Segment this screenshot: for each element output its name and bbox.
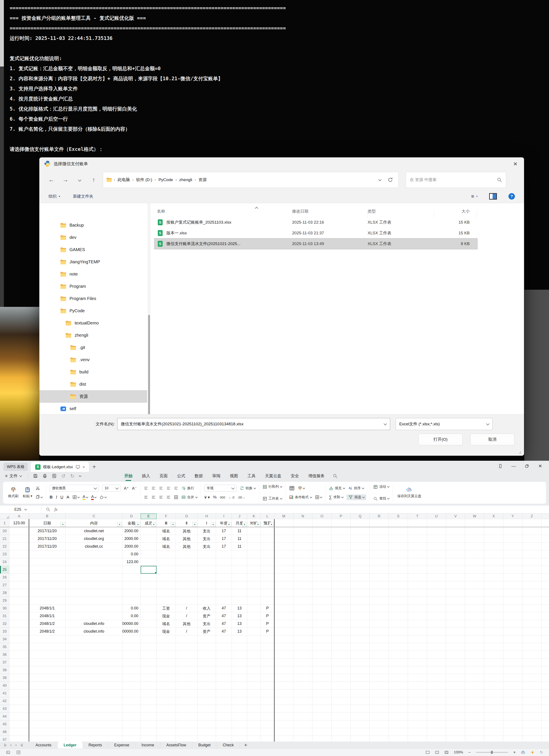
cell-R30[interactable] <box>370 604 389 612</box>
cell-O28[interactable] <box>312 589 331 597</box>
rows-columns-button[interactable]: 行和列 <box>263 485 282 489</box>
cell-J37[interactable] <box>232 659 247 666</box>
cell-L38[interactable] <box>261 666 274 674</box>
cell-A31[interactable] <box>9 612 29 620</box>
cell-A1[interactable]: 123.00 <box>9 519 29 527</box>
cell-R23[interactable] <box>370 550 389 558</box>
cell-N46[interactable] <box>293 728 312 736</box>
cell-L28[interactable] <box>261 589 274 597</box>
cell-Q42[interactable] <box>351 697 370 705</box>
add-sheet-button[interactable]: + <box>240 742 252 748</box>
increase-font-button[interactable]: A⁺ <box>124 486 129 491</box>
cell-F1[interactable]: Ⅲ▼ <box>157 519 176 527</box>
cell-N44[interactable] <box>293 713 312 720</box>
row-header-1[interactable]: 1 <box>0 519 9 527</box>
filetype-select[interactable]: Excel文件 (*.xlsx;*.xls) <box>396 418 493 430</box>
cell-Y24[interactable] <box>503 558 522 566</box>
cell-H38[interactable] <box>198 666 216 674</box>
cell-X31[interactable] <box>484 612 503 620</box>
cell-G20[interactable]: 其他 <box>176 527 198 535</box>
cell-L21[interactable] <box>261 535 274 543</box>
cell-Y45[interactable] <box>503 720 522 728</box>
cell-V28[interactable] <box>446 589 465 597</box>
row-header-22[interactable]: 22 <box>0 543 9 550</box>
cell-A39[interactable] <box>9 674 29 682</box>
cell-T43[interactable] <box>408 705 427 713</box>
filename-input[interactable]: 微信支付账单流水文件(20251021-20251102)_2025110313… <box>117 418 390 430</box>
cell-D36[interactable] <box>123 651 141 659</box>
cell-K26[interactable] <box>247 574 261 581</box>
cell-H36[interactable] <box>198 651 216 659</box>
cell-P45[interactable] <box>331 720 351 728</box>
cell-O24[interactable] <box>312 558 331 566</box>
row-header-36[interactable]: 36 <box>0 651 9 659</box>
cell-E21[interactable] <box>141 535 157 543</box>
cell-T21[interactable] <box>408 535 427 543</box>
cell-V29[interactable] <box>446 597 465 604</box>
filter-dropdown-icon[interactable]: ▼ <box>136 522 140 527</box>
cell-K44[interactable] <box>247 713 261 720</box>
cell-S31[interactable] <box>389 612 408 620</box>
cell-X30[interactable] <box>484 604 503 612</box>
sheet-tab-check[interactable]: Check <box>217 742 240 748</box>
cell-K21[interactable] <box>247 535 261 543</box>
cell-Y36[interactable] <box>503 651 522 659</box>
cell-S29[interactable] <box>389 597 408 604</box>
cell-E31[interactable] <box>141 612 157 620</box>
undo-icon[interactable]: ↺ <box>61 473 65 479</box>
cell-A45[interactable] <box>9 720 29 728</box>
cell-F41[interactable] <box>157 689 176 697</box>
cell-D25[interactable] <box>123 566 141 574</box>
decrease-decimal-button[interactable]: ←.0 <box>229 495 235 499</box>
sidebar-item-dev[interactable]: dev <box>39 231 147 244</box>
cell-B21[interactable]: 2017/11/20 <box>29 535 66 543</box>
cell-Z22[interactable] <box>522 543 541 550</box>
cell-F37[interactable] <box>157 659 176 666</box>
cell-Y29[interactable] <box>503 597 522 604</box>
cell-P47[interactable] <box>331 736 351 742</box>
cell-N23[interactable] <box>293 550 312 558</box>
cell-J29[interactable] <box>232 597 247 604</box>
cell-D24[interactable]: 123.00 <box>123 558 141 566</box>
cell-A34[interactable] <box>9 635 29 643</box>
cell-Q31[interactable] <box>351 612 370 620</box>
cell-M40[interactable] <box>274 682 293 689</box>
cell-O39[interactable] <box>312 674 331 682</box>
column-header-S[interactable]: S <box>389 514 408 519</box>
outline-icon[interactable] <box>16 750 21 754</box>
row-header-33[interactable]: 33 <box>0 628 9 635</box>
cell-AA37[interactable] <box>541 659 549 666</box>
cell-A37[interactable] <box>9 659 29 666</box>
column-header-D[interactable]: D <box>123 514 141 519</box>
close-icon[interactable]: × <box>507 158 524 170</box>
breadcrumb-item[interactable]: 此电脑 <box>115 177 132 183</box>
cell-S39[interactable] <box>389 674 408 682</box>
cell-N37[interactable] <box>293 659 312 666</box>
fx-icon[interactable]: fx <box>55 507 58 512</box>
cell-V41[interactable] <box>446 689 465 697</box>
cell-J22[interactable]: 11 <box>232 543 247 550</box>
cell-W42[interactable] <box>465 697 484 705</box>
font-size-select[interactable]: 10 <box>102 485 121 492</box>
cell-R38[interactable] <box>370 666 389 674</box>
cell-N30[interactable] <box>293 604 312 612</box>
cell-G22[interactable]: 其他 <box>176 543 198 550</box>
format-as-table-button[interactable] <box>315 495 322 499</box>
cell-L29[interactable] <box>261 597 274 604</box>
sidebar-item-build[interactable]: build <box>39 366 147 378</box>
cell-S40[interactable] <box>389 682 408 689</box>
cell-H40[interactable] <box>198 682 216 689</box>
cell-W1[interactable] <box>465 519 484 527</box>
column-header-H[interactable]: H <box>198 514 216 519</box>
cell-Z46[interactable] <box>522 728 541 736</box>
cell-O25[interactable] <box>312 566 331 574</box>
cell-H25[interactable] <box>198 566 216 574</box>
cell-T46[interactable] <box>408 728 427 736</box>
cell-R43[interactable] <box>370 705 389 713</box>
cell-F28[interactable] <box>157 589 176 597</box>
cell-J43[interactable] <box>232 705 247 713</box>
cell-H21[interactable]: 支出 <box>198 535 216 543</box>
row-header-31[interactable]: 31 <box>0 612 9 620</box>
minimize-icon[interactable]: — <box>508 462 519 470</box>
row-header-21[interactable]: 21 <box>0 535 9 543</box>
